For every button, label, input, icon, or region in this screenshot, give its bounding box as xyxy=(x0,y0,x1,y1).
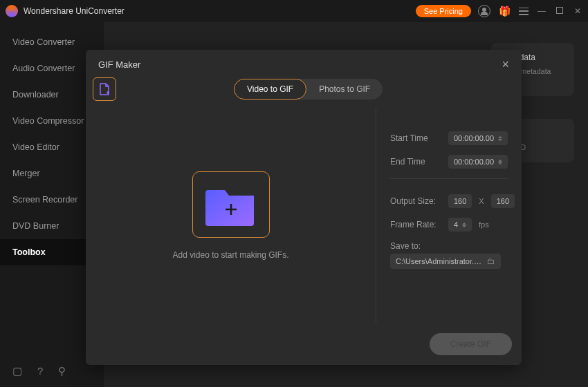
dropzone-hint: Add video to start making GIFs. xyxy=(172,250,288,260)
row-save-to: Save to: C:\Users\Administrator.EI2E5 🗀 xyxy=(390,241,508,269)
tab-group: Video to GIF Photos to GIF xyxy=(234,79,383,100)
window-controls: 🎁 — ✕ xyxy=(478,5,582,17)
fps-spinner[interactable] xyxy=(462,223,466,227)
profile-icon[interactable]: ⚲ xyxy=(58,365,66,377)
folder-icon[interactable]: 🗀 xyxy=(487,256,495,266)
app-title: Wondershare UniConverter xyxy=(24,6,416,16)
row-frame-rate: Frame Rate: 4 fps xyxy=(390,218,508,232)
add-video-dropzone[interactable] xyxy=(192,171,270,238)
start-time-spinner[interactable] xyxy=(498,136,502,141)
end-time-input[interactable]: 00:00:00.00 xyxy=(448,155,508,169)
start-time-input[interactable]: 00:00:00.00 xyxy=(448,131,508,145)
titlebar: Wondershare UniConverter See Pricing 🎁 —… xyxy=(0,0,588,22)
output-width-input[interactable]: 160 xyxy=(448,194,472,208)
gif-maker-modal: GIF Maker × Video to GIF Photos to GIF A… xyxy=(86,50,522,365)
help-icon[interactable]: ? xyxy=(37,365,43,377)
tab-photos-to-gif[interactable]: Photos to GIF xyxy=(306,79,383,99)
hamburger-icon[interactable] xyxy=(519,8,529,15)
close-icon[interactable]: × xyxy=(502,58,509,70)
row-end-time: End Time 00:00:00.00 xyxy=(390,155,508,169)
modal-title: GIF Maker xyxy=(98,59,502,70)
fps-unit: fps xyxy=(479,220,489,229)
frame-rate-label: Frame Rate: xyxy=(390,220,441,229)
close-window-button[interactable]: ✕ xyxy=(573,6,582,16)
divider xyxy=(390,178,508,179)
user-icon[interactable] xyxy=(478,5,490,17)
see-pricing-button[interactable]: See Pricing xyxy=(416,5,471,17)
start-time-label: Start Time xyxy=(390,133,441,143)
book-icon[interactable]: ▢ xyxy=(12,365,22,377)
file-add-icon xyxy=(98,82,111,96)
create-gif-button[interactable]: Create GIF xyxy=(430,333,512,355)
app-logo-icon xyxy=(6,5,18,17)
output-size-label: Output Size: xyxy=(390,196,441,206)
drop-pane: Add video to start making GIFs. xyxy=(86,108,376,323)
end-time-label: End Time xyxy=(390,157,441,167)
row-output-size: Output Size: 160 X 160 xyxy=(390,194,508,208)
output-height-input[interactable]: 160 xyxy=(491,194,515,208)
end-time-spinner[interactable] xyxy=(498,160,502,164)
modal-toolbar: Video to GIF Photos to GIF xyxy=(86,75,522,108)
frame-rate-input[interactable]: 4 xyxy=(448,218,472,232)
modal-footer: Create GIF xyxy=(86,323,522,365)
settings-pane: Start Time 00:00:00.00 End Time 00:00:00… xyxy=(376,108,522,323)
maximize-button[interactable] xyxy=(555,6,564,16)
x-separator: X xyxy=(479,197,484,205)
add-file-button[interactable] xyxy=(93,77,116,101)
tab-video-to-gif[interactable]: Video to GIF xyxy=(234,79,306,100)
save-path-input[interactable]: C:\Users\Administrator.EI2E5 🗀 xyxy=(390,254,501,269)
modal-body: Add video to start making GIFs. Start Ti… xyxy=(86,108,522,323)
gift-icon[interactable]: 🎁 xyxy=(499,6,511,17)
folder-plus-icon xyxy=(204,183,258,226)
save-to-label: Save to: xyxy=(390,241,421,251)
modal-header: GIF Maker × xyxy=(86,50,522,75)
minimize-button[interactable]: — xyxy=(537,6,546,16)
row-start-time: Start Time 00:00:00.00 xyxy=(390,131,508,145)
